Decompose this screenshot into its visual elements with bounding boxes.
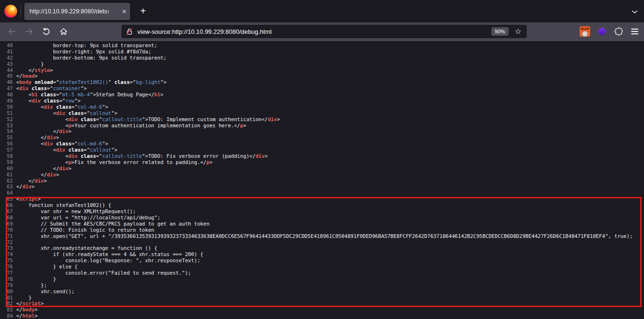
line-number: 78 <box>0 277 13 283</box>
menu-hamburger-icon[interactable] <box>630 28 639 35</box>
line-text: </div> <box>16 184 35 190</box>
source-line: 48 <h1 class="mt-5 mb-4">Stefan Debug Pa… <box>0 92 644 98</box>
line-number: 49 <box>0 98 13 104</box>
line-number: 79 <box>0 283 13 289</box>
firefox-logo <box>4 5 17 18</box>
source-line: 63</div> <box>0 184 644 190</box>
nav-button-group <box>3 24 72 39</box>
burp-badge: BUR <box>581 27 589 31</box>
line-number: 50 <box>0 104 13 111</box>
line-number: 41 <box>0 49 13 55</box>
line-number: 80 <box>0 289 13 295</box>
line-number: 40 <box>0 43 13 49</box>
back-button[interactable] <box>3 24 20 39</box>
browser-tab[interactable]: http://10.10.99.229:8080/debu × <box>24 3 130 20</box>
source-line: 83</body> <box>0 307 644 313</box>
line-number: 67 <box>0 209 13 215</box>
back-icon <box>8 28 16 35</box>
source-line: 44 </style> <box>0 68 644 74</box>
extensions-puzzle-icon[interactable] <box>614 27 623 36</box>
home-button[interactable] <box>55 24 72 39</box>
zoom-level-badge[interactable]: 90% <box>491 27 509 36</box>
source-line: 79 }; <box>0 283 644 289</box>
line-number: 68 <box>0 215 13 221</box>
source-line: 46<body onload="stefanTest1002()" class=… <box>0 80 644 86</box>
forward-button[interactable] <box>20 24 38 39</box>
source-line: 64 <box>0 190 644 196</box>
reload-button[interactable] <box>38 24 55 39</box>
extension-area: BUR <box>580 26 639 37</box>
source-line: 54 </div> <box>0 129 644 135</box>
source-line: 42 border-bottom: 9px solid transparent; <box>0 55 644 62</box>
line-number: 59 <box>0 160 13 166</box>
line-number: 51 <box>0 111 13 117</box>
bookmark-star-icon[interactable]: ☆ <box>512 28 524 35</box>
source-line: 62 </div> <box>0 178 644 185</box>
url-text[interactable]: view-source:http://10.10.99.229:8080/deb… <box>137 28 491 35</box>
insecure-lock-icon[interactable] <box>126 28 133 35</box>
source-line: 71 xhr.open("GET", url + "/3935366135393… <box>0 234 644 240</box>
source-line: 59 <p>Fix the verbose error related to p… <box>0 160 644 166</box>
new-tab-button[interactable]: + <box>136 5 150 18</box>
source-code: 40 border-top: 9px solid transparent;41 … <box>0 43 644 319</box>
line-number: 61 <box>0 172 13 178</box>
url-bar[interactable]: view-source:http://10.10.99.229:8080/deb… <box>122 25 527 38</box>
source-line: 60 </div> <box>0 166 644 172</box>
chevron-down-icon <box>632 10 638 14</box>
firefox-view-button[interactable] <box>2 3 19 20</box>
line-number: 71 <box>0 234 13 240</box>
line-number: 69 <box>0 221 13 227</box>
source-line: 75 console.log("Response: ", xhr.respons… <box>0 258 644 264</box>
source-line: 78 } <box>0 277 644 283</box>
line-text: xhr.open("GET", url + "/3935366135393139… <box>16 234 633 240</box>
list-all-tabs-button[interactable] <box>629 8 640 16</box>
foxyproxy-extension-icon[interactable] <box>597 27 607 36</box>
source-line: 84</html> <box>0 313 644 319</box>
source-line: 53 <p>Your custom authentication impleme… <box>0 123 644 129</box>
burp-face-glyph <box>582 31 588 37</box>
source-line: 77 console.error("Failed to send request… <box>0 270 644 277</box>
view-source-content: 40 border-top: 9px solid transparent;41 … <box>0 41 644 319</box>
burp-extension-icon[interactable]: BUR <box>580 26 590 37</box>
line-number: 60 <box>0 166 13 172</box>
source-line: 82</script> <box>0 301 644 307</box>
source-line: 80 xhr.send(); <box>0 289 644 295</box>
line-text: </html> <box>16 313 38 319</box>
line-number: 43 <box>0 62 13 68</box>
close-icon[interactable]: × <box>122 8 126 15</box>
line-number: 77 <box>0 270 13 277</box>
line-number: 58 <box>0 154 13 160</box>
navigation-toolbar: view-source:http://10.10.99.229:8080/deb… <box>0 22 644 41</box>
source-line: 81 } <box>0 295 644 301</box>
tab-title: http://10.10.99.229:8080/debu <box>30 8 120 15</box>
tab-bar: http://10.10.99.229:8080/debu × + <box>0 0 644 22</box>
reload-icon <box>42 28 50 35</box>
line-number: 42 <box>0 55 13 62</box>
source-line: 43 } <box>0 62 644 68</box>
tab-separator <box>20 5 21 17</box>
line-number: 84 <box>0 313 13 319</box>
source-line: 61 </div> <box>0 172 644 178</box>
line-number: 70 <box>0 227 13 234</box>
line-number: 52 <box>0 117 13 123</box>
home-icon <box>60 28 68 35</box>
forward-icon <box>25 28 33 35</box>
